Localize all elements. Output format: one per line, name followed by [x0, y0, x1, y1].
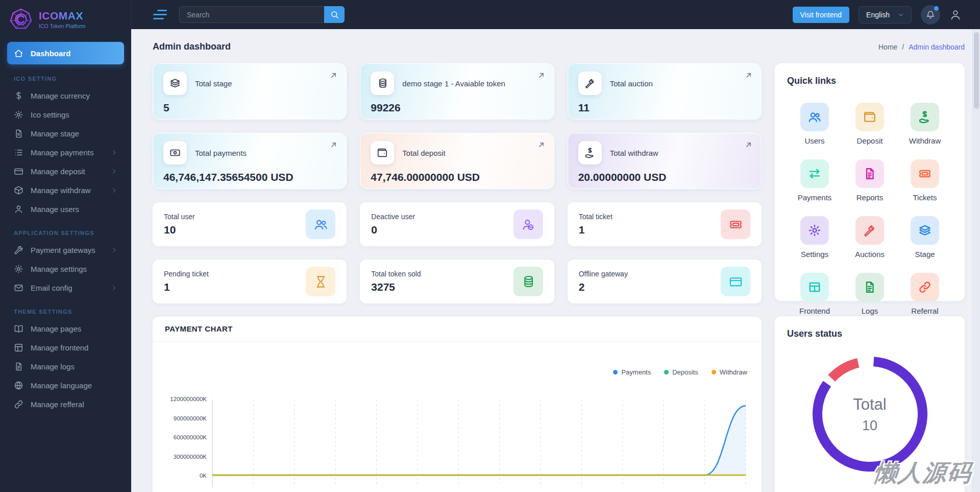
arrow-up-right-icon[interactable]: [537, 140, 546, 149]
chevron-right-icon: [111, 168, 117, 175]
info-card-pending-ticket: Pending ticket1: [153, 260, 347, 303]
sidebar-item-label: Manage users: [31, 205, 79, 214]
sidebar-item-label: Manage frontend: [31, 343, 88, 352]
arrow-up-right-icon[interactable]: [744, 71, 753, 80]
wallet-icon: [377, 147, 388, 158]
quick-link-tickets[interactable]: Tickets: [897, 159, 952, 202]
sidebar-item-payment-gateways[interactable]: Payment gateways: [7, 241, 124, 260]
breadcrumb-separator: /: [902, 43, 904, 51]
sidebar-item-manage-pages[interactable]: Manage pages: [7, 319, 124, 338]
quick-link-users[interactable]: Users: [787, 103, 842, 145]
legend-payments[interactable]: Payments: [613, 368, 651, 376]
mail-icon: [14, 283, 23, 293]
arrow-up-right-icon[interactable]: [329, 71, 338, 80]
stat-card-total-deposit: Total deposit 47,746.00000000 USD: [360, 133, 554, 189]
language-select[interactable]: English: [859, 6, 912, 24]
quick-link-settings[interactable]: Settings: [787, 216, 842, 259]
sidebar-item-dashboard[interactable]: Dashboard: [7, 42, 124, 64]
user-profile-icon[interactable]: [949, 9, 962, 21]
stat-cards-grid: Total stage 5 demo stage 1 - Avaiable to…: [153, 63, 762, 189]
quick-link-logs[interactable]: Logs: [842, 273, 897, 315]
quick-link-deposit[interactable]: Deposit: [842, 103, 897, 145]
legend-dot: [712, 370, 716, 374]
stat-card-total-stage: Total stage 5: [153, 63, 347, 120]
quick-link-stage[interactable]: Stage: [897, 216, 952, 259]
sidebar-item-manage-settings[interactable]: Manage settings: [7, 260, 124, 278]
gear-icon: [14, 110, 23, 120]
search-input[interactable]: [179, 6, 324, 23]
language-value: English: [866, 11, 890, 19]
sidebar-item-label: Payment gateways: [31, 246, 95, 254]
sidebar-item-manage-deposit[interactable]: Manage deposit: [7, 162, 124, 181]
arrow-up-right-icon[interactable]: [537, 71, 546, 80]
search-button[interactable]: [324, 6, 345, 23]
book-icon: [14, 324, 23, 334]
sidebar-item-manage-frontend[interactable]: Manage frontend: [7, 338, 124, 357]
ticket-icon: [729, 218, 743, 231]
sidebar-item-label: Email config: [31, 284, 72, 292]
link-icon: [14, 400, 23, 409]
chevron-right-icon: [111, 285, 117, 291]
chart-legend: Payments Deposits Withdraw: [165, 368, 747, 376]
quick-link-frontend[interactable]: Frontend: [787, 273, 842, 315]
chevron-right-icon: [111, 149, 117, 156]
ticket-icon: [918, 167, 932, 180]
breadcrumb-home[interactable]: Home: [878, 43, 897, 51]
menu-toggle-icon[interactable]: [153, 10, 167, 19]
sidebar-item-manage-users[interactable]: Manage users: [7, 200, 124, 219]
coins-icon: [521, 275, 535, 289]
legend-deposits[interactable]: Deposits: [664, 368, 698, 376]
scrollbar-thumb[interactable]: [974, 32, 979, 109]
donut-center-label: Total: [787, 395, 952, 414]
sidebar-item-manage-stage[interactable]: Manage stage: [7, 124, 124, 143]
package-icon: [14, 185, 23, 195]
gavel-icon: [863, 224, 876, 237]
payment-chart-title: PAYMENT CHART: [165, 324, 233, 333]
sidebar-item-manage-logs[interactable]: Manage logs: [7, 357, 124, 376]
stat-card-available-token: demo stage 1 - Avaiable token 99226: [360, 63, 554, 120]
sidebar-item-label: Dashboard: [31, 49, 70, 58]
hand-dollar-icon: [584, 147, 596, 158]
layers-icon: [918, 224, 932, 237]
users-icon: [808, 110, 821, 124]
sidebar-item-manage-payments[interactable]: Manage payments: [7, 143, 124, 162]
coins-icon: [377, 78, 388, 89]
sidebar-section-application-settings: APPLICATION SETTINGS: [14, 230, 117, 236]
credit-card-icon: [14, 167, 23, 176]
visit-frontend-button[interactable]: Visit frontend: [793, 7, 849, 23]
quick-link-auctions[interactable]: Auctions: [842, 216, 897, 259]
quick-link-withdraw[interactable]: Withdraw: [897, 103, 952, 145]
sidebar-item-manage-withdraw[interactable]: Manage withdraw: [7, 181, 124, 200]
quick-link-payments[interactable]: Payments: [787, 159, 842, 202]
gear-icon: [808, 224, 821, 237]
grid-icon: [808, 280, 821, 294]
brand-tagline: ICO Token Platform: [39, 23, 85, 29]
quick-link-reports[interactable]: Reports: [842, 159, 897, 202]
arrow-up-right-icon[interactable]: [329, 140, 338, 149]
legend-withdraw[interactable]: Withdraw: [712, 368, 747, 376]
info-card-total-user: Total user10: [153, 202, 347, 246]
sidebar-item-ico-settings[interactable]: Ico settings: [7, 105, 124, 124]
stat-card-total-withdraw: Total withdraw 20.00000000 USD: [568, 133, 762, 189]
sidebar: ICOMAX ICO Token Platform Dashboard ICO …: [0, 0, 131, 492]
payment-chart-plot: [212, 400, 749, 487]
sidebar-section-theme-settings: THEME SETTINGS: [14, 309, 117, 315]
arrow-up-right-icon[interactable]: [744, 140, 753, 149]
sidebar-item-label: Ico settings: [31, 110, 69, 119]
quick-link-referral[interactable]: Referral: [897, 273, 952, 315]
stat-value: 99226: [371, 102, 543, 114]
notifications-button[interactable]: [921, 5, 940, 25]
sidebar-item-manage-currency[interactable]: Manage currency: [7, 86, 124, 105]
sidebar-section-ico-setting: ICO SETTING: [14, 76, 117, 82]
sidebar-item-manage-language[interactable]: Manage language: [7, 376, 124, 395]
wallet-icon: [863, 110, 876, 124]
y-axis-labels: 1200000000K 900000000K 600000000K 300000…: [165, 396, 212, 479]
sidebar-item-manage-refferal[interactable]: Manage refferal: [7, 395, 124, 414]
search-bar: [179, 6, 345, 23]
sidebar-item-email-config[interactable]: Email config: [7, 278, 124, 297]
chevron-right-icon: [111, 247, 117, 253]
chevron-down-icon: [898, 12, 904, 18]
payment-chart-panel: PAYMENT CHART Payments Deposits Withdraw…: [153, 317, 762, 492]
gear-icon: [14, 264, 23, 274]
info-card-deactive-user: Deactive user0: [360, 202, 554, 246]
